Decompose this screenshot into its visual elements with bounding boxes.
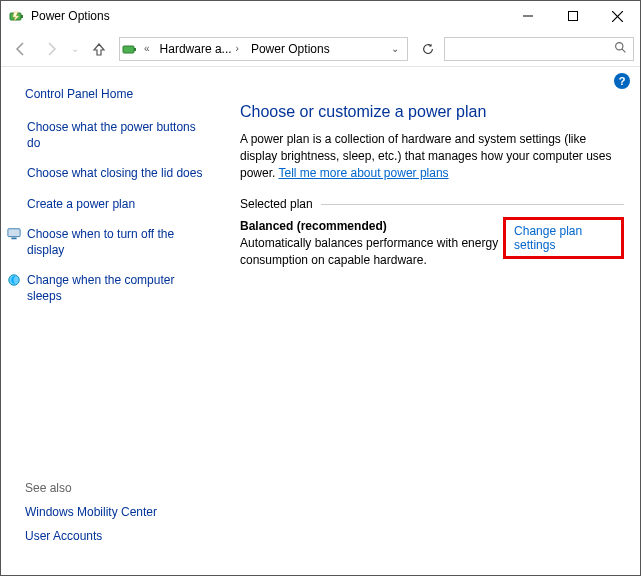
breadcrumb-current-label: Power Options [251,42,330,56]
power-options-icon [9,8,25,24]
refresh-button[interactable] [414,37,442,61]
plan-name: Balanced (recommended) [240,219,503,233]
page-heading: Choose or customize a power plan [240,103,624,121]
change-plan-settings-link[interactable]: Change plan settings [503,217,624,259]
blank-icon [7,197,21,211]
task-computer-sleeps[interactable]: Change when the computer sleeps [27,272,204,304]
link-user-accounts[interactable]: User Accounts [25,529,204,543]
breadcrumb-root-chevron[interactable]: « [142,43,152,54]
address-bar[interactable]: « Hardware a... › Power Options ⌄ [119,37,408,61]
task-create-plan[interactable]: Create a power plan [27,196,135,212]
see-also-section: See also Windows Mobility Center User Ac… [25,481,204,563]
blank-icon [7,166,21,180]
svg-rect-11 [11,237,16,239]
minimize-button[interactable] [505,1,550,31]
task-turn-off-display[interactable]: Choose when to turn off the display [27,226,204,258]
monitor-icon [7,227,21,241]
plan-row: Balanced (recommended) Automatically bal… [240,219,624,269]
svg-rect-7 [134,48,136,51]
see-also-label: See also [25,481,204,495]
chevron-right-icon: › [236,43,239,54]
svg-rect-10 [8,229,20,237]
address-dropdown[interactable]: ⌄ [385,43,405,54]
back-button[interactable] [7,35,35,63]
page-description: A power plan is a collection of hardware… [240,131,624,181]
power-options-crumb-icon [122,41,138,57]
left-pane: Control Panel Home Choose what the power… [1,67,216,575]
selected-plan-label: Selected plan [240,197,624,211]
breadcrumb-parent-label: Hardware a... [160,42,232,56]
breadcrumb-current[interactable]: Power Options [247,42,334,56]
maximize-button[interactable] [550,1,595,31]
selected-plan-text: Selected plan [240,197,313,211]
breadcrumb-parent[interactable]: Hardware a... › [156,42,243,56]
right-pane: ? Choose or customize a power plan A pow… [216,67,640,575]
task-closing-lid[interactable]: Choose what closing the lid does [27,165,202,181]
task-list: Choose what the power buttons do Choose … [25,119,204,305]
control-panel-home-link[interactable]: Control Panel Home [25,87,204,101]
svg-rect-1 [21,15,23,18]
navbar: ⌄ « Hardware a... › Power Options ⌄ [1,31,640,67]
svg-rect-3 [568,12,577,21]
link-tell-me-more[interactable]: Tell me more about power plans [278,166,448,180]
window-title: Power Options [31,9,110,23]
moon-icon [7,273,21,287]
close-button[interactable] [595,1,640,31]
recent-dropdown[interactable]: ⌄ [67,35,83,63]
link-mobility-center[interactable]: Windows Mobility Center [25,505,204,519]
titlebar: Power Options [1,1,640,31]
blank-icon [7,120,21,134]
up-button[interactable] [85,35,113,63]
svg-point-8 [616,42,623,49]
svg-line-9 [622,49,625,52]
search-input[interactable] [444,37,634,61]
forward-button[interactable] [37,35,65,63]
help-icon[interactable]: ? [614,73,630,89]
divider [321,204,624,205]
content: Control Panel Home Choose what the power… [1,67,640,575]
svg-rect-6 [123,46,134,53]
task-power-buttons[interactable]: Choose what the power buttons do [27,119,204,151]
plan-description: Automatically balances performance with … [240,235,503,269]
search-icon [614,41,627,57]
